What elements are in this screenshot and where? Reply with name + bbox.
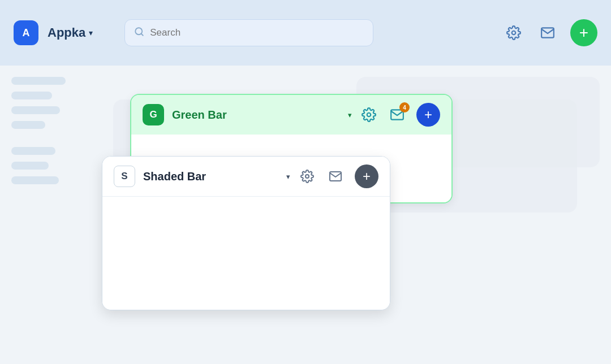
shaded-bar-add-button[interactable]: +: [355, 164, 378, 188]
cards-area: G Green Bar ▾: [102, 77, 600, 353]
settings-button[interactable]: [502, 21, 525, 44]
search-input[interactable]: [150, 27, 364, 38]
shaded-bar-card: S Shaded Bar ▾: [102, 156, 390, 310]
shaded-bar-settings-button[interactable]: [298, 167, 316, 185]
shaded-bar-avatar: S: [114, 166, 135, 187]
sidebar: [0, 77, 91, 184]
green-bar-add-button[interactable]: +: [416, 103, 440, 127]
shaded-bar-name-dropdown[interactable]: Shaded Bar ▾: [143, 170, 290, 183]
app-name-chevron: ▾: [89, 28, 93, 37]
app-name-dropdown[interactable]: Appka ▾: [48, 25, 93, 40]
shaded-bar-chevron: ▾: [286, 172, 290, 181]
sidebar-line: [11, 176, 59, 184]
svg-point-2: [512, 31, 516, 35]
nav-icons: +: [502, 19, 597, 46]
content-area: G Green Bar ▾: [0, 66, 611, 364]
app-name-label: Appka: [48, 25, 85, 40]
green-bar-name: Green Bar: [172, 109, 346, 122]
svg-point-3: [367, 113, 371, 117]
green-bar-settings-button[interactable]: [360, 106, 378, 124]
search-icon: [134, 27, 144, 40]
green-bar-mail-button[interactable]: 4: [388, 106, 406, 124]
shaded-bar-body: [102, 197, 390, 310]
green-bar-avatar: G: [143, 104, 164, 125]
mail-badge: 4: [399, 102, 410, 112]
green-bar-icons: 4 +: [360, 103, 440, 127]
add-main-icon: +: [579, 24, 588, 42]
shaded-bar-mail-button[interactable]: [326, 167, 345, 185]
sidebar-line: [11, 77, 66, 85]
app-logo: A: [14, 20, 38, 45]
green-bar-header: G Green Bar ▾: [131, 95, 451, 135]
shaded-bar-icons: +: [298, 164, 378, 188]
green-bar-chevron: ▾: [348, 111, 352, 119]
green-bar-name-dropdown[interactable]: Green Bar ▾: [172, 109, 352, 122]
mail-button[interactable]: [536, 21, 559, 44]
sidebar-line: [11, 162, 49, 170]
shaded-bar-name: Shaded Bar: [143, 170, 284, 183]
green-bar-add-icon: +: [424, 107, 432, 123]
sidebar-line: [11, 106, 60, 114]
sidebar-line: [11, 121, 45, 129]
svg-point-4: [306, 175, 309, 178]
shaded-bar-header: S Shaded Bar ▾: [102, 157, 390, 197]
navbar: A Appka ▾ +: [0, 0, 611, 66]
search-bar[interactable]: [124, 19, 373, 46]
sidebar-line: [11, 92, 52, 99]
sidebar-line: [11, 147, 55, 155]
add-main-button[interactable]: +: [570, 19, 597, 46]
shaded-bar-add-icon: +: [363, 168, 371, 184]
svg-line-1: [141, 33, 143, 35]
